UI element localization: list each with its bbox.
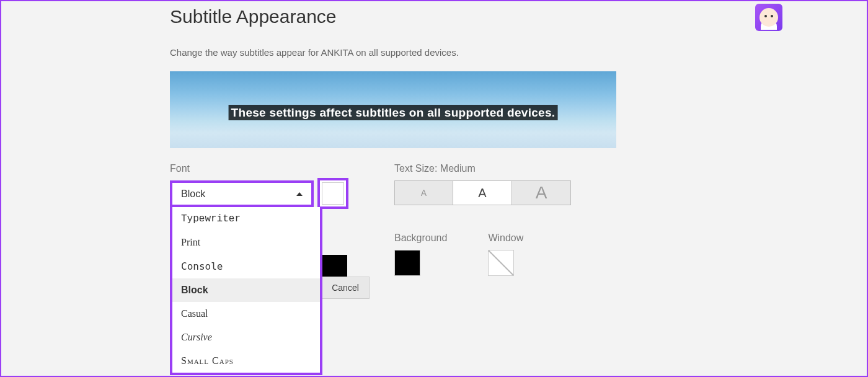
background-color-swatch[interactable] — [394, 250, 420, 276]
subtitle-preview: These settings affect subtitles on all s… — [170, 71, 616, 148]
page-subtitle: Change the way subtitles appear for ANKI… — [170, 47, 616, 58]
textsize-large[interactable]: A — [512, 180, 571, 205]
font-option-print[interactable]: Print — [172, 231, 320, 254]
caret-up-icon — [296, 192, 303, 196]
textsize-small[interactable]: A — [394, 180, 453, 205]
background-group: Background — [394, 233, 447, 276]
font-label: Font — [170, 163, 350, 174]
font-option-cursive[interactable]: Cursive — [172, 326, 320, 349]
preview-text-wrap: These settings affect subtitles on all s… — [229, 106, 558, 120]
font-option-smallcaps[interactable]: Small Caps — [172, 349, 320, 373]
font-option-console[interactable]: Console — [172, 254, 320, 278]
avatar-face — [760, 8, 778, 27]
textsize-label: Text Size: Medium — [394, 163, 571, 174]
background-label: Background — [394, 233, 447, 244]
font-select[interactable]: Block — [170, 180, 314, 207]
profile-avatar[interactable] — [755, 4, 782, 31]
font-row: Block Typewriter Print Console Block Cas… — [170, 180, 350, 207]
cancel-button[interactable]: Cancel — [321, 277, 370, 299]
window-label: Window — [488, 233, 523, 244]
font-selected-value: Block — [181, 188, 205, 200]
font-color-inner — [322, 182, 344, 205]
font-option-block[interactable]: Block — [172, 278, 320, 302]
font-option-casual[interactable]: Casual — [172, 302, 320, 326]
page-title: Subtitle Appearance — [170, 6, 616, 27]
window-group: Window — [488, 233, 523, 276]
window-color-swatch[interactable] — [488, 250, 514, 276]
font-section: Font Block Typewriter Print Console Bloc… — [170, 163, 350, 277]
textsize-section: Text Size: Medium A A A Background Windo… — [394, 163, 571, 276]
size-buttons: A A A — [394, 180, 571, 205]
main-content: Subtitle Appearance Change the way subti… — [170, 6, 616, 277]
controls-row: Font Block Typewriter Print Console Bloc… — [170, 163, 616, 277]
font-color-swatch[interactable] — [317, 178, 348, 209]
preview-sample-text: These settings affect subtitles on all s… — [229, 105, 558, 120]
textsize-medium[interactable]: A — [453, 180, 512, 205]
font-dropdown: Typewriter Print Console Block Casual Cu… — [170, 207, 322, 375]
swatch-row: Background Window — [394, 233, 571, 276]
font-option-typewriter[interactable]: Typewriter — [172, 207, 320, 231]
